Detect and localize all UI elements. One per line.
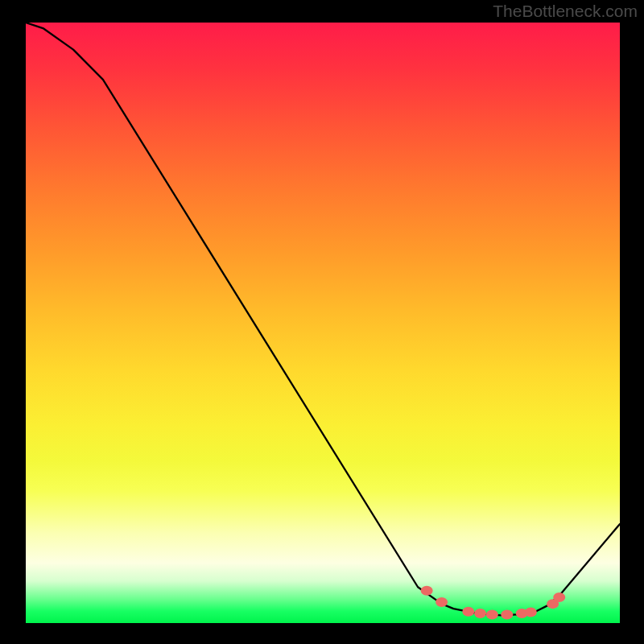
curve-marker xyxy=(436,597,448,607)
curve-marker xyxy=(501,610,513,620)
curve-marker xyxy=(421,586,433,596)
bottleneck-curve xyxy=(26,23,620,615)
curve-marker xyxy=(525,608,537,617)
curve-markers xyxy=(421,586,566,620)
curve-marker xyxy=(474,609,486,618)
curve-marker xyxy=(462,607,474,617)
curve-layer xyxy=(26,23,620,623)
plot-area xyxy=(26,23,620,623)
chart-container: TheBottleneck.com xyxy=(0,0,644,644)
watermark-text: TheBottleneck.com xyxy=(493,2,638,21)
curve-marker xyxy=(486,610,498,620)
curve-marker xyxy=(553,592,565,602)
